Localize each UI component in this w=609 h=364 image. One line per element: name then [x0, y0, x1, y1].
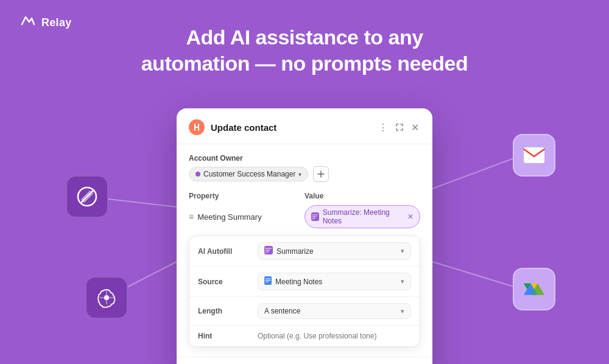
- svg-line-2: [432, 155, 522, 189]
- update-contact-card: Update contact ⋮ ✕ Account Owner Custome…: [177, 108, 432, 364]
- tag-dot: [195, 172, 200, 177]
- gmail-icon-box: [513, 134, 555, 177]
- ai-autofill-chevron-icon: ▾: [401, 247, 404, 255]
- value-chip-label: Summarize: Meeting Notes: [323, 208, 403, 225]
- svg-line-3: [432, 262, 522, 289]
- source-row: Source Meeting Notes ▾: [189, 267, 420, 297]
- length-label: Length: [198, 307, 253, 315]
- hubspot-icon: [189, 119, 205, 135]
- add-field-button[interactable]: [313, 166, 329, 182]
- summarize-chip-icon: [311, 212, 319, 221]
- tag-chevron-icon: ▾: [298, 171, 301, 178]
- length-value-content: A sentence: [264, 307, 300, 315]
- dropdown-panel: AI Autofill Summarize ▾: [189, 236, 420, 347]
- hero-line1: Add AI assistance to any: [0, 24, 609, 51]
- col-value-label: Value: [304, 192, 420, 200]
- source-chevron-icon: ▾: [401, 278, 404, 285]
- hero-line2: automation — no prompts needed: [0, 51, 609, 77]
- source-label: Source: [198, 278, 253, 286]
- value-cell: Summarize: Meeting Notes ✕: [304, 205, 420, 228]
- source-value-content: Meeting Notes: [264, 276, 322, 287]
- ai-autofill-value-content: Summarize: [264, 246, 314, 256]
- card-header-actions: ⋮ ✕: [377, 121, 420, 135]
- table-header: Property Value: [189, 192, 420, 200]
- hint-input[interactable]: [258, 332, 379, 340]
- property-icon: ≡: [189, 212, 194, 222]
- ai-autofill-row: AI Autofill Summarize ▾: [189, 236, 420, 267]
- property-cell: ≡ Meeting Summary: [189, 212, 304, 222]
- length-chevron-icon: ▾: [401, 307, 404, 315]
- card-title: Update contact: [211, 122, 276, 133]
- linear-icon-box: [66, 175, 108, 218]
- ai-autofill-value: Summarize: [276, 247, 314, 256]
- length-select[interactable]: A sentence ▾: [258, 303, 411, 319]
- ai-autofill-label: AI Autofill: [198, 247, 253, 256]
- account-owner-label: Account Owner: [189, 154, 420, 163]
- chip-close-icon[interactable]: ✕: [407, 212, 414, 221]
- more-options-button[interactable]: ⋮: [377, 121, 389, 135]
- summarize-icon-small: [264, 246, 273, 256]
- table-row: ≡ Meeting Summary Summarize: Meeting Not…: [189, 205, 420, 228]
- close-button[interactable]: ✕: [410, 121, 420, 135]
- card-footer: Powered by OpenAI. Learn more: [177, 357, 432, 364]
- length-value: A sentence: [264, 307, 300, 315]
- card-body: Account Owner Customer Success Manager ▾…: [177, 144, 432, 357]
- hint-label: Hint: [198, 332, 253, 340]
- gdrive-icon-box: [513, 268, 555, 310]
- source-select[interactable]: Meeting Notes ▾: [258, 273, 411, 290]
- ai-autofill-select[interactable]: Summarize ▾: [258, 242, 411, 260]
- card-header: Update contact ⋮ ✕: [177, 108, 432, 144]
- property-name: Meeting Summary: [197, 212, 261, 222]
- account-owner-tag[interactable]: Customer Success Manager ▾: [189, 167, 308, 181]
- svg-rect-8: [524, 147, 544, 163]
- tag-label: Customer Success Manager: [203, 170, 295, 178]
- openai-icon-box: [85, 276, 128, 319]
- length-row: Length A sentence ▾: [189, 297, 420, 326]
- source-value: Meeting Notes: [275, 278, 322, 286]
- card-title-area: Update contact: [189, 119, 276, 135]
- expand-button[interactable]: [394, 122, 405, 133]
- hero-text: Add AI assistance to any automation — no…: [0, 24, 609, 76]
- col-property-label: Property: [189, 192, 304, 200]
- value-chip[interactable]: Summarize: Meeting Notes ✕: [304, 205, 420, 228]
- hint-row: Hint: [189, 326, 420, 346]
- doc-icon: [264, 276, 272, 287]
- account-owner-field: Customer Success Manager ▾: [189, 166, 420, 182]
